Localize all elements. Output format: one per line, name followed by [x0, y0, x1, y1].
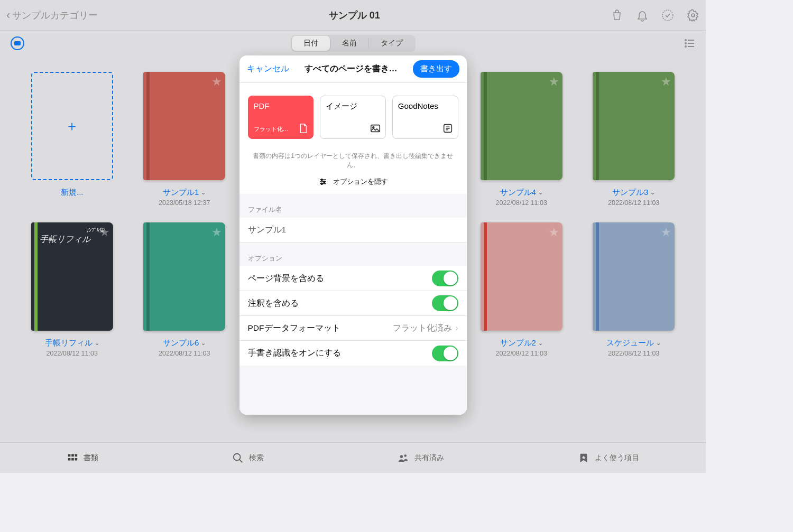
option-background-row: ページ背景を含める	[239, 266, 467, 291]
modal-title: すべてのページを書き…	[289, 63, 413, 74]
option-label: 注釈を含める	[248, 298, 432, 309]
option-handwriting-row: 手書き認識をオンにする	[239, 341, 467, 366]
svg-point-27	[321, 179, 322, 181]
option-label: PDFデータフォーマット	[248, 323, 393, 334]
image-icon	[370, 123, 381, 134]
sliders-icon	[318, 177, 328, 186]
format-label: GoodNotes	[398, 101, 453, 110]
pdf-icon: A	[297, 123, 309, 134]
toggle-handwriting[interactable]	[432, 346, 458, 361]
hide-options-label: オプションを隠す	[333, 177, 388, 186]
toggle-knob	[444, 272, 457, 285]
format-goodnotes[interactable]: GoodNotes	[392, 96, 458, 139]
toggle-background[interactable]	[432, 270, 458, 286]
format-label: イメージ	[326, 101, 380, 111]
option-annotations-row: 注釈を含める	[239, 291, 467, 316]
options-section-label: オプション	[239, 242, 467, 266]
chevron-right-icon: ›	[455, 323, 458, 333]
option-value: フラット化済み	[393, 323, 452, 334]
format-image[interactable]: イメージ	[320, 96, 386, 139]
option-pdf-format-row[interactable]: PDFデータフォーマット フラット化済み ›	[239, 316, 467, 341]
format-hint: 書類の内容は1つのレイヤーとして保存され、書き出し後編集できません。	[239, 146, 467, 170]
export-modal: キャンセル すべてのページを書き… 書き出す PDF フラット化… A イメージ…	[239, 55, 467, 415]
goodnotes-icon	[442, 123, 454, 134]
filename-row[interactable]: サンプル1	[239, 218, 467, 242]
svg-point-28	[323, 181, 325, 183]
modal-header: キャンセル すべてのページを書き… 書き出す	[239, 55, 467, 83]
toggle-annotations[interactable]	[432, 295, 458, 311]
hide-options-button[interactable]: オプションを隠す	[239, 170, 467, 194]
toggle-knob	[444, 296, 457, 310]
format-selector: PDF フラット化… A イメージ GoodNotes	[239, 83, 467, 146]
export-button[interactable]: 書き出す	[413, 60, 459, 78]
option-label: ページ背景を含める	[248, 273, 432, 284]
toggle-knob	[444, 347, 457, 360]
modal-body: PDF フラット化… A イメージ GoodNotes 書類の内容は1つのレイヤ…	[239, 83, 467, 415]
option-label: 手書き認識をオンにする	[248, 348, 432, 359]
cancel-button[interactable]: キャンセル	[247, 63, 289, 74]
svg-text:A: A	[301, 128, 303, 131]
format-pdf[interactable]: PDF フラット化… A	[248, 96, 314, 139]
filename-section-label: ファイル名	[239, 194, 467, 218]
filename-input[interactable]: サンプル1	[248, 225, 287, 236]
svg-point-29	[321, 183, 322, 184]
format-label: PDF	[254, 101, 308, 110]
modal-overlay: キャンセル すべてのページを書き… 書き出す PDF フラット化… A イメージ…	[0, 0, 706, 473]
